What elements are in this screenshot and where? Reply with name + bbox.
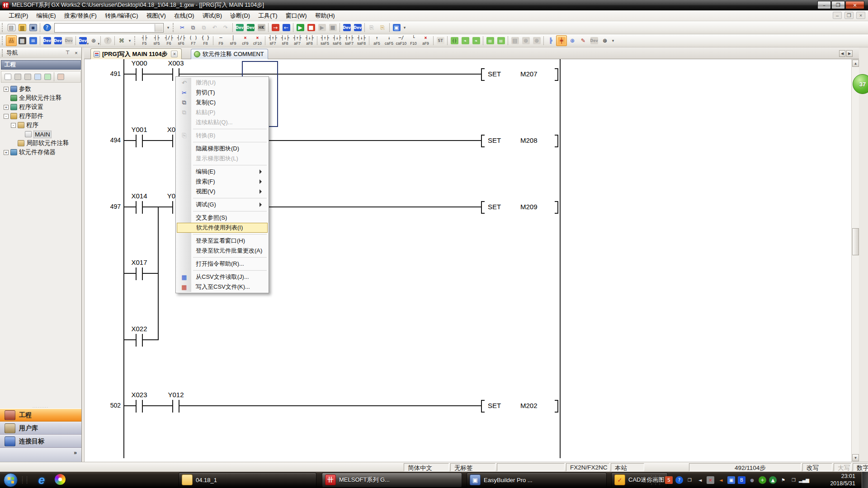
vertical-scrollbar[interactable]: ▲ ▼ [851,59,859,462]
ladder-symbol-button-F7[interactable]: ( )F7 [187,35,199,47]
snagit-icon[interactable]: S [665,476,673,484]
power-plug-icon[interactable]: ❐ [790,476,797,484]
st-block-icon[interactable]: ST [435,35,446,46]
screen-monitor-icon[interactable]: ▣ [391,22,402,33]
ie-icon[interactable]: e [36,474,47,486]
ladder-symbol-button-aF8[interactable]: ┤↓├aF8 [303,35,316,47]
dev-dim-icon[interactable]: Dev [589,35,599,46]
context-menu-item-1[interactable]: 剪切(T)✂ [177,88,268,98]
volume-icon[interactable]: ◄ [696,476,704,484]
nav-button-0[interactable]: 工程 [0,408,81,422]
open-file-icon[interactable]: ▆ [17,22,28,33]
nav-button-2[interactable]: 连接目标 [0,435,81,448]
ladder-symbol-button-sF6[interactable]: ┤/├sF6 [175,35,187,47]
monitor-resume-icon[interactable]: ■ [327,22,338,33]
project-view-icon[interactable]: 品 [6,35,17,46]
tree-item-1[interactable]: 全局软元件注释 [0,94,82,103]
toolbar-overflow-icon[interactable]: ▾ [402,25,407,30]
taskbar-clock[interactable]: 23:01 2018/5/31 [830,473,855,487]
more-panels-icon[interactable]: » [74,450,77,456]
context-menu-item-12[interactable]: 搜索(F) [177,177,268,187]
menu-item-6[interactable]: 调试(B) [198,10,226,21]
ladder-symbol-button-cF9[interactable]: ×cF9 [239,35,251,47]
close-button[interactable]: × [845,1,864,9]
device-display-1-icon[interactable]: Dev [341,22,352,33]
statement-edit-icon[interactable]: ▤ [495,35,506,46]
device-ccl-icon[interactable]: Dev [63,35,74,46]
ladder-symbol-button-sF9[interactable]: │sF9 [227,35,239,47]
taskbar-button-0[interactable]: 04.18_1 [179,473,316,487]
toolbar-grip[interactable] [173,23,175,32]
help-tray-icon[interactable]: ? [675,476,683,484]
device-hk-icon[interactable]: HK [256,22,267,33]
context-menu-item-25[interactable]: 从CSV文件读取(J)...▦ [177,272,268,282]
menu-item-5[interactable]: 在线(O) [170,10,198,21]
panel-close-icon[interactable]: × [73,49,80,56]
ladder-symbol-button-saF6[interactable]: ┤↓├saF6 [331,35,343,47]
context-menu-item-17[interactable]: 交叉参照(S) [177,213,268,223]
tree-expander-icon[interactable]: + [4,105,9,110]
menu-item-0[interactable]: 工程(P) [5,10,32,21]
sort-icon[interactable] [56,72,66,82]
tree-expander-icon[interactable]: - [4,114,9,119]
menu-item-10[interactable]: 帮助(H) [311,10,339,21]
toolbar-grip[interactable] [2,23,4,32]
help-dim-icon[interactable]: ? [102,35,113,46]
tree-item-3[interactable]: -程序部件 [0,112,82,121]
device-eye-icon[interactable]: Dev▾ [77,35,88,46]
maximize-button[interactable]: ❐ [831,1,845,9]
tree-item-4[interactable]: -程序 [0,121,82,130]
context-menu-item-2[interactable]: 复制(C)⧉ [177,98,268,108]
scrollbar-thumb[interactable] [852,228,859,255]
ladder-symbol-button-saF7[interactable]: ┤↑├saF7 [343,35,355,47]
plc-write-icon[interactable]: → [270,22,281,33]
pin-icon[interactable]: ⊤ [64,49,71,56]
tab-device-comment[interactable]: 软元件注释 COMMENT [191,49,268,59]
device-monitor-icon[interactable]: Dev [245,22,256,33]
program-select-combobox[interactable] [54,23,164,33]
copy-dim-icon[interactable] [13,72,23,82]
zoom-icon[interactable]: ⊕ [599,35,610,46]
minimize-button[interactable]: – [817,1,831,9]
ladder-symbol-button-F6[interactable]: ┤/├F6 [163,35,175,47]
menu-item-2[interactable]: 搜索/替换(F) [60,10,101,21]
tree-expander-icon[interactable]: - [11,123,16,128]
ladder-symbol-button-F5[interactable]: ┤├F5 [138,35,151,47]
convert-2-icon[interactable]: ⎘ [377,22,388,33]
mdi-minimize-icon[interactable]: – [833,12,842,19]
toolbar-grip[interactable] [134,36,137,45]
menu-item-8[interactable]: 工具(T) [254,10,282,21]
menu-item-9[interactable]: 窗口(W) [282,10,311,21]
new-file-icon[interactable]: ▤ [6,22,17,33]
doc-gen-1-icon[interactable]: ▤ [509,35,520,46]
taskbar-button-2[interactable]: ▣EasyBuilder Pro ... [467,473,607,487]
tab-close-icon[interactable]: × [171,51,178,57]
convert-1-icon[interactable]: ⎘ [366,22,377,33]
tree-item-0[interactable]: +参数 [0,84,82,94]
device-comment-icon[interactable]: Dev [42,35,52,46]
comment-edit-2-icon[interactable]: ❧ [471,35,481,46]
tree-item-2[interactable]: +程序设置 [0,103,82,112]
ladder-symbol-button-sF5[interactable]: ┤├sF5 [151,35,163,47]
redo-icon[interactable]: ↷ [220,22,231,33]
menu-item-3[interactable]: 转换/编译(C) [101,10,142,21]
context-menu-item-18[interactable]: 软元件使用列表(I) [177,223,268,233]
ladder-symbol-button-saF5[interactable]: ┤↑├saF5 [319,35,331,47]
toolbar-overflow-icon[interactable]: ▾ [127,38,132,43]
cut-icon[interactable]: ✂ [177,22,188,33]
context-menu-item-8[interactable]: 隐藏梯形图块(D) [177,144,268,154]
device-search-icon[interactable]: ⊕▾ [88,35,99,46]
menu-item-1[interactable]: 编辑(E) [32,10,60,21]
scroll-up-icon[interactable]: ▲ [852,60,859,67]
tab-main-program[interactable]: [PRG]写入 MAIN 1104步× [90,48,182,59]
tab-scroll-right-icon[interactable]: ▶ [846,50,853,57]
ladder-symbol-button-caF10[interactable]: ─/caF10 [395,35,407,47]
device-display-2-icon[interactable]: Dev [352,22,363,33]
window-tray-icon[interactable]: ❐ [686,476,693,484]
start-button[interactable] [4,473,18,487]
tree-expander-icon[interactable]: + [4,150,9,155]
paste-dim-icon[interactable] [23,72,33,82]
device-find-icon[interactable]: Dev [234,22,245,33]
panel-grip[interactable] [2,49,5,56]
display-off-icon[interactable]: × [707,476,714,484]
